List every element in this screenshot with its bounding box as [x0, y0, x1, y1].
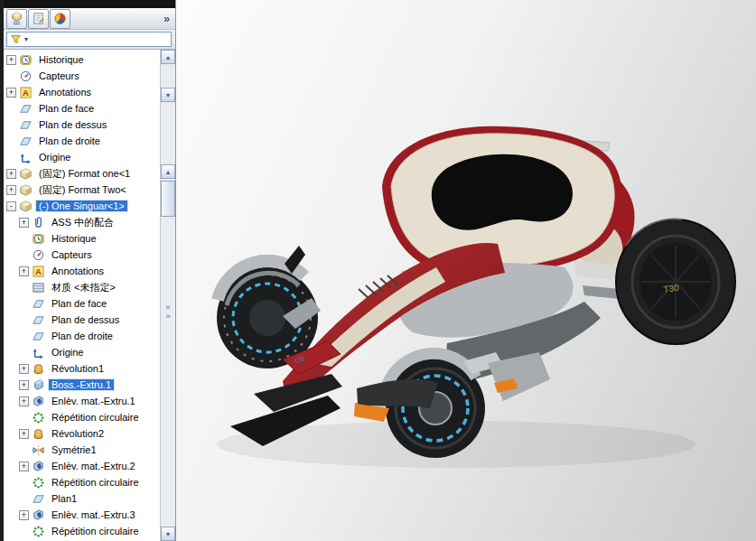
tree-item[interactable]: Capteurs — [4, 247, 159, 263]
tree-item[interactable]: Plan de face — [4, 100, 159, 117]
tree-item[interactable]: Plan de dessus — [4, 312, 159, 328]
tree-item[interactable]: +Enlèv. mat.-Extru.2 — [4, 458, 159, 474]
scroll-down-button-bottom[interactable]: ▼ — [161, 527, 175, 541]
svg-text:A: A — [23, 89, 29, 98]
expand-toggle[interactable]: - — [6, 201, 16, 211]
tree-item[interactable]: +Révolution2 — [4, 425, 159, 442]
tree-item[interactable]: +AAnnotations — [4, 84, 159, 100]
expand-toggle[interactable]: + — [19, 218, 29, 228]
tree-item-label: Plan de dessus — [36, 119, 109, 130]
tree-item-label: (固定) Format Two< — [36, 183, 129, 197]
tree-item-label: Répétition circulaire — [49, 477, 142, 488]
tree-item[interactable]: +AAnnotations — [4, 263, 159, 279]
plane-icon — [19, 134, 33, 148]
expand-toggle[interactable]: + — [6, 88, 16, 98]
revolve-icon — [32, 361, 46, 376]
featuremanager-tree-icon — [10, 12, 23, 25]
circular-pattern-icon — [32, 410, 46, 424]
tree-item-label: Enlèv. mat.-Extru.3 — [49, 509, 138, 520]
scrollbar-thumb[interactable] — [161, 181, 175, 217]
rear-right-wheel: T30 — [616, 219, 735, 344]
tree-item[interactable]: +Enlèv. mat.-Extru.1 — [4, 393, 159, 409]
tree-item-label: 材质 <未指定> — [49, 281, 118, 294]
tree-item[interactable]: Origine — [4, 149, 159, 165]
tree-item-label: Origine — [49, 347, 86, 358]
configurationmanager-tab-button[interactable] — [50, 9, 70, 29]
featuremanager-tab-button[interactable] — [6, 9, 27, 29]
tree-item-label: Symétrie1 — [49, 444, 99, 455]
tree-item[interactable]: Origine — [4, 344, 159, 360]
origin-icon — [32, 345, 46, 359]
expand-toggle[interactable]: + — [6, 169, 16, 179]
plane-icon — [32, 296, 46, 311]
cut-extrude-icon — [32, 508, 46, 522]
window-edge-strip — [0, 0, 175, 8]
tree-scrollbar[interactable]: ▲ ▼ ▲ « » ▼ — [160, 50, 175, 541]
tree-item[interactable]: Plan de droite — [4, 328, 159, 344]
tree-filter-field[interactable]: ▾ — [6, 32, 172, 47]
tree-item[interactable]: Plan1 — [4, 490, 159, 507]
tree-item-label: Plan de droite — [36, 135, 103, 146]
component-icon — [19, 166, 33, 181]
tree-item[interactable]: Historique — [4, 230, 159, 247]
tree-item[interactable]: Répétition circulaire — [4, 523, 159, 539]
tree-item[interactable]: +ASS 中的配合 — [4, 214, 159, 230]
tree-item-label: Plan de dessus — [49, 314, 122, 325]
featuremanager-tab-bar: » — [0, 8, 175, 30]
tree-item[interactable]: -(-) One Singuar<1> — [4, 198, 159, 214]
scroll-up-button[interactable]: ▲ — [161, 50, 175, 64]
tree-item[interactable]: +Boss.-Extru.1 — [4, 377, 159, 393]
expand-toggle[interactable]: + — [19, 266, 29, 276]
tree-item[interactable]: +(固定) Format Two< — [4, 182, 159, 198]
tree-item-label: Répétition circulaire — [49, 526, 142, 536]
expand-toggle[interactable]: + — [19, 364, 29, 374]
expand-toggle[interactable]: + — [19, 462, 29, 471]
tree-item[interactable]: Plan de dessus — [4, 117, 159, 133]
tree-item-label: Plan1 — [49, 493, 79, 504]
circular-pattern-icon — [32, 475, 46, 490]
tree-item[interactable]: Symétrie1 — [4, 442, 159, 458]
tree-item[interactable]: +Enlèv. mat.-Extru.3 — [4, 507, 159, 523]
boss-extrude-icon — [32, 378, 46, 392]
plane-icon — [19, 101, 33, 116]
tree-item[interactable]: +Historique — [4, 51, 159, 68]
expand-toggle[interactable]: + — [6, 55, 16, 65]
expand-toggle[interactable]: + — [19, 380, 29, 390]
tree-item-label: Enlèv. mat.-Extru.1 — [49, 396, 138, 406]
panel-splitter-handle[interactable]: « » — [161, 300, 175, 323]
filter-bar: ▾ — [0, 30, 175, 50]
tree-item-label: Historique — [49, 233, 99, 244]
tree-item[interactable]: Plan de droite — [4, 133, 159, 149]
tree-item[interactable]: +Révolution1 — [4, 360, 159, 377]
graphics-viewport[interactable]: T30 — [176, 0, 756, 541]
propertymanager-tab-button[interactable] — [28, 9, 49, 29]
expand-toggle[interactable]: + — [19, 396, 29, 406]
tree-item-label: Révolution1 — [49, 363, 107, 374]
expand-toggle[interactable]: + — [19, 429, 29, 439]
tree-item-label: Capteurs — [36, 70, 82, 81]
svg-text:A: A — [35, 267, 42, 276]
tree-item-label: Boss.-Extru.1 — [49, 379, 114, 390]
panel-overflow-chevron[interactable]: » — [163, 13, 173, 25]
tree-item-label: Révolution2 — [49, 428, 107, 439]
tree-item-label: Historique — [36, 54, 87, 65]
annotations-icon: A — [19, 85, 33, 99]
splitter-right-chevron: » — [165, 312, 170, 321]
tree-item[interactable]: Plan de face — [4, 295, 159, 312]
tree-item[interactable]: Répétition circulaire — [4, 409, 159, 425]
scroll-down-button[interactable]: ▼ — [161, 88, 175, 102]
expand-toggle[interactable]: + — [6, 185, 16, 195]
tree-item[interactable]: Répétition circulaire — [4, 474, 159, 490]
filter-dropdown-caret[interactable]: ▾ — [24, 35, 28, 43]
tree-item-label: Capteurs — [49, 249, 95, 260]
scroll-up-button-lower[interactable]: ▲ — [161, 164, 175, 179]
cockpit — [382, 126, 622, 275]
tree-item[interactable]: +(固定) Format one<1 — [4, 165, 159, 182]
window-left-edge — [0, 0, 4, 541]
tree-item[interactable]: 材质 <未指定> — [4, 279, 159, 295]
tree-item[interactable]: Capteurs — [4, 68, 159, 84]
expand-toggle[interactable]: + — [19, 510, 29, 520]
circular-pattern-icon — [32, 524, 46, 538]
revolve-icon — [32, 426, 46, 441]
history-icon — [19, 52, 33, 67]
